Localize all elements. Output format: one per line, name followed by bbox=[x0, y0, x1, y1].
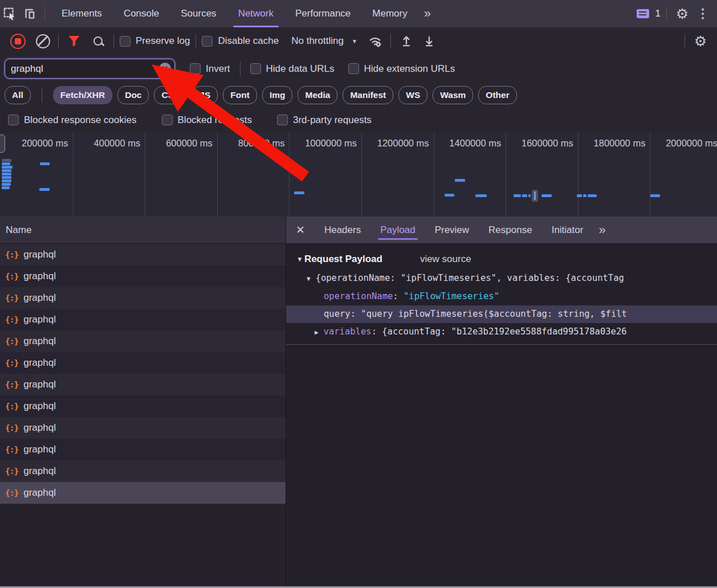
view-source-link[interactable]: view source bbox=[420, 254, 471, 265]
kebab-menu-icon[interactable]: ⋮ bbox=[692, 6, 714, 21]
filter-pill-media[interactable]: Media bbox=[298, 86, 337, 104]
checkbox-box[interactable] bbox=[190, 63, 201, 74]
detail-tab-payload[interactable]: Payload bbox=[370, 217, 425, 243]
request-timing-bar[interactable] bbox=[2, 176, 11, 179]
filter-pill-manifest[interactable]: Manifest bbox=[343, 86, 393, 104]
blocked-response-cookies-checkbox[interactable]: Blocked response cookies bbox=[8, 115, 137, 126]
checkbox-box[interactable] bbox=[348, 63, 359, 74]
device-toolbar-icon[interactable] bbox=[19, 4, 39, 23]
request-timing-bar[interactable] bbox=[514, 194, 521, 197]
detail-tab-initiator[interactable]: Initiator bbox=[542, 217, 593, 243]
filter-pill-fetchxhr[interactable]: Fetch/XHR bbox=[53, 86, 112, 104]
checkbox-box[interactable] bbox=[120, 36, 131, 47]
expand-triangle-icon[interactable]: ▶ bbox=[315, 329, 319, 336]
throttling-select[interactable]: No throttling bbox=[291, 35, 344, 47]
import-har-icon[interactable] bbox=[397, 31, 416, 51]
hide-data-urls-checkbox[interactable]: Hide data URLs bbox=[250, 63, 335, 75]
payload-root-row[interactable]: ▼{operationName: "ipFlowTimeseries", var… bbox=[286, 270, 717, 288]
checkbox-box[interactable] bbox=[277, 115, 288, 125]
3rd-party-requests-checkbox[interactable]: 3rd-party requests bbox=[277, 115, 372, 126]
checkbox-box[interactable] bbox=[250, 63, 261, 74]
checkbox-box[interactable] bbox=[162, 115, 173, 125]
network-conditions-icon[interactable] bbox=[365, 31, 385, 51]
table-row[interactable]: {:}graphql bbox=[0, 395, 286, 417]
checkbox-box[interactable] bbox=[202, 36, 213, 47]
request-timing-bar[interactable] bbox=[541, 194, 552, 197]
collapse-triangle-icon[interactable]: ▼ bbox=[307, 275, 311, 283]
table-row[interactable]: {:}graphql bbox=[0, 287, 286, 309]
settings-gear-icon[interactable]: ⚙ bbox=[673, 4, 692, 23]
timeline-selection-marker[interactable] bbox=[532, 190, 538, 202]
disable-cache-checkbox[interactable]: Disable cache bbox=[202, 35, 279, 47]
filter-pill-js[interactable]: JS bbox=[192, 86, 218, 104]
request-timing-bar[interactable] bbox=[528, 194, 531, 197]
checkbox-box[interactable] bbox=[8, 115, 19, 125]
tab-console[interactable]: Console bbox=[113, 0, 170, 27]
request-timing-bar[interactable] bbox=[2, 169, 11, 172]
tab-performance[interactable]: Performance bbox=[284, 0, 361, 27]
search-icon[interactable] bbox=[88, 31, 108, 51]
collapse-triangle-icon[interactable]: ▼ bbox=[296, 255, 303, 263]
network-overview-timeline[interactable]: 200000 ms400000 ms600000 ms800000 ms1000… bbox=[0, 133, 717, 217]
request-timing-bar[interactable] bbox=[522, 194, 527, 197]
clear-network-log-icon[interactable] bbox=[33, 31, 52, 51]
filter-pill-wasm[interactable]: Wasm bbox=[433, 86, 473, 104]
blocked-requests-checkbox[interactable]: Blocked requests bbox=[162, 115, 252, 126]
detail-tab-response[interactable]: Response bbox=[479, 217, 542, 243]
request-timing-bar[interactable] bbox=[583, 194, 586, 197]
inspect-element-icon[interactable] bbox=[0, 4, 19, 23]
chevron-down-icon[interactable]: ▼ bbox=[352, 38, 357, 44]
payload-operation-row[interactable]: operationName: "ipFlowTimeseries" bbox=[286, 288, 717, 305]
table-row[interactable]: {:}graphql bbox=[0, 439, 286, 460]
filter-pill-ws[interactable]: WS bbox=[398, 86, 427, 104]
table-row[interactable]: {:}graphql bbox=[0, 417, 286, 439]
request-timing-bar[interactable] bbox=[475, 194, 487, 197]
request-timing-bar[interactable] bbox=[39, 188, 50, 191]
request-timing-bar[interactable] bbox=[577, 194, 582, 197]
table-row[interactable]: {:}graphql bbox=[0, 482, 286, 504]
name-column-header[interactable]: Name bbox=[0, 217, 286, 244]
request-timing-bar[interactable] bbox=[2, 159, 11, 162]
invert-checkbox[interactable]: Invert bbox=[190, 63, 230, 75]
issues-icon[interactable] bbox=[637, 4, 653, 23]
tab-elements[interactable]: Elements bbox=[51, 0, 113, 27]
filter-pill-css[interactable]: CSS bbox=[154, 86, 187, 104]
request-timing-bar[interactable] bbox=[2, 179, 11, 182]
request-timing-bar[interactable] bbox=[588, 194, 597, 197]
filter-pill-all[interactable]: All bbox=[5, 86, 31, 104]
network-settings-gear-icon[interactable]: ⚙ bbox=[691, 31, 710, 51]
detail-tab-headers[interactable]: Headers bbox=[315, 217, 370, 243]
filter-icon[interactable] bbox=[64, 31, 84, 51]
record-network-log-icon[interactable] bbox=[8, 31, 27, 51]
request-timing-bar[interactable] bbox=[2, 183, 11, 186]
filter-pill-doc[interactable]: Doc bbox=[117, 86, 149, 104]
detail-tab-preview[interactable]: Preview bbox=[425, 217, 479, 243]
filter-input[interactable] bbox=[5, 63, 174, 75]
request-timing-bar[interactable] bbox=[2, 173, 11, 175]
clear-filter-icon[interactable]: ✕ bbox=[159, 63, 171, 75]
filter-pill-img[interactable]: Img bbox=[262, 86, 293, 104]
preserve-log-checkbox[interactable]: Preserve log bbox=[120, 35, 190, 47]
table-row[interactable]: {:}graphql bbox=[0, 460, 286, 482]
payload-query-row-selected[interactable]: query: "query ipFlowTimeseries($accountT… bbox=[286, 305, 717, 323]
request-timing-bar[interactable] bbox=[650, 194, 660, 197]
request-timing-bar[interactable] bbox=[445, 194, 454, 197]
payload-variables-row[interactable]: ▶variables: {accountTag: "b12e3b2192ee55… bbox=[286, 323, 717, 341]
table-row[interactable]: {:}graphql bbox=[0, 309, 286, 330]
table-row[interactable]: {:}graphql bbox=[0, 244, 286, 266]
tab-sources[interactable]: Sources bbox=[170, 0, 227, 27]
filter-pill-font[interactable]: Font bbox=[223, 86, 257, 104]
more-tabs-icon[interactable]: » bbox=[418, 6, 435, 21]
table-row[interactable]: {:}graphql bbox=[0, 352, 286, 374]
hide-extension-urls-checkbox[interactable]: Hide extension URLs bbox=[348, 63, 455, 75]
request-timing-bar[interactable] bbox=[2, 186, 10, 189]
request-timing-bar[interactable] bbox=[2, 166, 13, 169]
table-row[interactable]: {:}graphql bbox=[0, 374, 286, 395]
close-icon[interactable]: ✕ bbox=[286, 223, 315, 236]
more-detail-tabs-icon[interactable]: » bbox=[593, 223, 610, 238]
table-row[interactable]: {:}graphql bbox=[0, 266, 286, 287]
table-row[interactable]: {:}graphql bbox=[0, 330, 286, 352]
request-timing-bar[interactable] bbox=[294, 191, 304, 194]
request-timing-bar[interactable] bbox=[2, 162, 10, 165]
request-timing-bar[interactable] bbox=[40, 162, 50, 165]
